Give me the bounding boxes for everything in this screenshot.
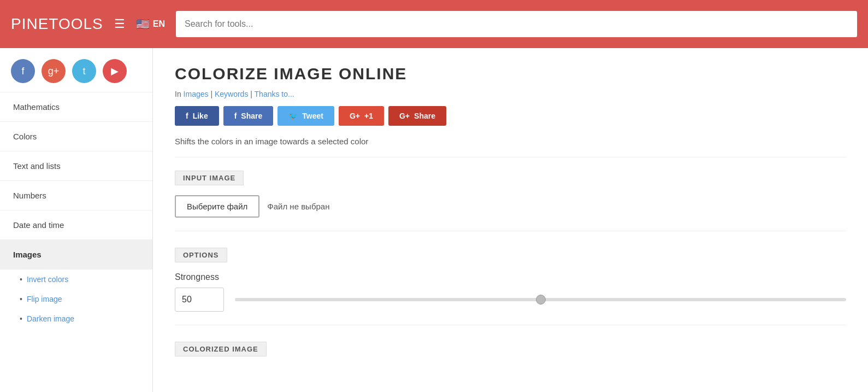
tool-description: Shifts the colors in an image towards a … <box>175 137 846 157</box>
search-input[interactable] <box>176 11 857 37</box>
hamburger-icon[interactable]: ☰ <box>114 17 125 31</box>
breadcrumb-thanks-link[interactable]: Thanks to... <box>255 90 294 98</box>
breadcrumb-keywords-link[interactable]: Keywords <box>215 90 248 98</box>
tweet-icon: 🐦 <box>288 112 298 120</box>
flag-icon: 🇺🇸 <box>136 17 150 31</box>
logo: PINETOOLS <box>11 15 103 33</box>
strongness-row <box>175 288 846 312</box>
language-selector[interactable]: 🇺🇸 EN <box>136 17 165 31</box>
like-label: Like <box>193 112 208 120</box>
page-title: COLORIZE IMAGE ONLINE <box>175 65 846 83</box>
sidebar-subitem-flip-image[interactable]: Flip image <box>0 289 152 309</box>
strongness-input[interactable] <box>175 288 224 312</box>
sidebar-item-images[interactable]: Images <box>0 240 152 270</box>
twitter-icon[interactable]: t <box>72 59 96 83</box>
sidebar-item-text-lists[interactable]: Text and lists <box>0 151 152 181</box>
gp2-label: Share <box>414 112 435 120</box>
share-facebook-button[interactable]: f Share <box>223 106 274 126</box>
breadcrumb-images-link[interactable]: Images <box>184 90 209 98</box>
youtube-icon[interactable]: ▶ <box>103 59 127 83</box>
breadcrumb: In Images | Keywords | Thanks to... <box>175 90 846 98</box>
breadcrumb-prefix: In <box>175 90 181 98</box>
share-fb-icon: f <box>234 112 237 120</box>
colorized-image-section: COLORIZED IMAGE <box>175 342 846 366</box>
content-area: COLORIZE IMAGE ONLINE In Images | Keywor… <box>153 48 868 392</box>
header: PINETOOLS ☰ 🇺🇸 EN <box>0 0 868 48</box>
options-label: OPTIONS <box>175 248 227 262</box>
sidebar: f g+ t ▶ Mathematics Colors Text and lis… <box>0 48 153 392</box>
gp2-icon: G+ <box>399 112 410 120</box>
facebook-icon[interactable]: f <box>11 59 35 83</box>
like-icon: f <box>186 112 188 120</box>
colorized-image-label: COLORIZED IMAGE <box>175 342 267 356</box>
sidebar-item-colors[interactable]: Colors <box>0 122 152 151</box>
file-input-row: Выберите файл Файл не выбран <box>175 195 846 218</box>
social-share-bar: f Like f Share 🐦 Tweet G+ +1 G+ Share <box>175 106 846 126</box>
gp1-icon: G+ <box>350 112 360 120</box>
input-image-label: INPUT IMAGE <box>175 171 244 185</box>
content-inner: COLORIZE IMAGE ONLINE In Images | Keywor… <box>153 48 868 392</box>
like-button[interactable]: f Like <box>175 106 219 126</box>
sidebar-item-numbers[interactable]: Numbers <box>0 181 152 210</box>
input-image-section: INPUT IMAGE Выберите файл Файл не выбран <box>175 171 846 231</box>
tweet-label: Tweet <box>302 112 323 120</box>
main-layout: f g+ t ▶ Mathematics Colors Text and lis… <box>0 48 868 392</box>
strongness-slider[interactable] <box>235 298 846 301</box>
options-section: OPTIONS Strongness <box>175 248 846 325</box>
breadcrumb-sep2: | <box>250 90 254 98</box>
sidebar-item-mathematics[interactable]: Mathematics <box>0 92 152 122</box>
social-icons-bar: f g+ t ▶ <box>0 48 152 92</box>
breadcrumb-sep1: | <box>210 90 215 98</box>
strongness-label: Strongness <box>175 272 846 282</box>
google-plus-icon[interactable]: g+ <box>42 59 66 83</box>
google-plus1-button[interactable]: G+ +1 <box>339 106 384 126</box>
tweet-button[interactable]: 🐦 Tweet <box>277 106 334 126</box>
google-plus2-button[interactable]: G+ Share <box>388 106 446 126</box>
gp1-label: +1 <box>364 112 373 120</box>
lang-code: EN <box>153 19 165 29</box>
choose-file-button[interactable]: Выберите файл <box>175 195 259 218</box>
sidebar-subitem-darken-image[interactable]: Darken image <box>0 309 152 329</box>
sidebar-item-date-time[interactable]: Date and time <box>0 210 152 240</box>
sidebar-subitem-invert-colors[interactable]: Invert colors <box>0 270 152 289</box>
file-status-text: Файл не выбран <box>267 202 329 211</box>
share-fb-label: Share <box>241 112 262 120</box>
